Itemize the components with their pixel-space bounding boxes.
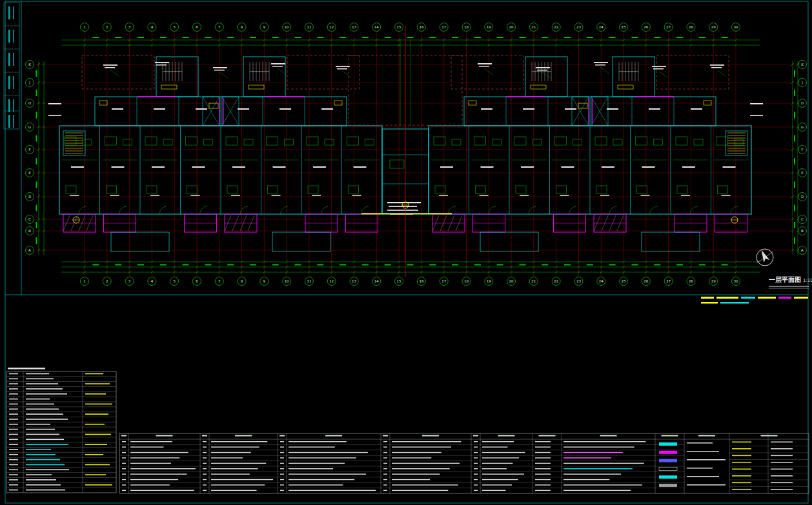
svg-text:3: 3 xyxy=(128,279,131,283)
svg-text:18: 18 xyxy=(464,279,469,283)
svg-text:4: 4 xyxy=(151,279,154,283)
svg-text:26: 26 xyxy=(644,279,648,283)
svg-text:15: 15 xyxy=(397,25,401,29)
schedule-tables xyxy=(6,368,809,493)
svg-text:19: 19 xyxy=(487,25,491,29)
svg-text:24: 24 xyxy=(599,279,604,283)
svg-text:3: 3 xyxy=(128,25,131,29)
svg-text:10: 10 xyxy=(285,279,289,283)
notes-line xyxy=(701,297,808,304)
svg-text:27: 27 xyxy=(666,25,671,29)
svg-text:K: K xyxy=(801,63,804,66)
svg-text:G: G xyxy=(28,125,31,129)
north-arrow-icon xyxy=(756,248,773,266)
svg-text:12: 12 xyxy=(329,25,334,29)
svg-text:1: 1 xyxy=(83,25,86,29)
svg-text:C: C xyxy=(801,217,804,221)
plan-title-scale: 1:100 xyxy=(803,278,812,283)
svg-text:21: 21 xyxy=(531,279,536,283)
svg-text:16: 16 xyxy=(419,279,423,283)
svg-text:F: F xyxy=(801,148,803,152)
svg-text:11: 11 xyxy=(307,25,311,29)
svg-text:D: D xyxy=(28,195,31,199)
svg-text:16: 16 xyxy=(419,25,423,29)
svg-text:14: 14 xyxy=(374,279,379,283)
svg-text:A: A xyxy=(28,248,31,252)
annotations xyxy=(48,62,763,223)
svg-text:D: D xyxy=(801,195,804,199)
svg-text:2: 2 xyxy=(106,279,108,283)
svg-text:20: 20 xyxy=(509,279,514,283)
svg-text:29: 29 xyxy=(711,279,716,283)
svg-text:H: H xyxy=(801,101,804,105)
svg-text:21: 21 xyxy=(531,25,536,29)
svg-text:22: 22 xyxy=(554,279,558,283)
svg-text:E: E xyxy=(801,171,804,175)
svg-text:29: 29 xyxy=(711,25,716,29)
axis-grid: 1122334455667788991010111112121313141415… xyxy=(26,23,807,286)
svg-text:4: 4 xyxy=(151,25,154,29)
svg-text:14: 14 xyxy=(374,25,379,29)
svg-text:22: 22 xyxy=(554,25,558,29)
svg-text:13: 13 xyxy=(352,25,356,29)
svg-text:8: 8 xyxy=(241,279,243,283)
plan-title-text: 一层平面图 xyxy=(769,275,801,284)
svg-text:18: 18 xyxy=(464,25,469,29)
svg-text:17: 17 xyxy=(442,279,446,283)
dimensions xyxy=(36,37,800,273)
cad-sheet-drawing: 1122334455667788991010111112121313141415… xyxy=(0,0,812,505)
svg-text:B: B xyxy=(28,229,31,233)
svg-text:C: C xyxy=(28,217,31,221)
svg-text:24: 24 xyxy=(599,25,604,29)
svg-text:1: 1 xyxy=(83,279,86,283)
svg-text:8: 8 xyxy=(241,25,243,29)
svg-text:6: 6 xyxy=(196,279,198,283)
svg-text:G: G xyxy=(801,125,804,129)
svg-text:28: 28 xyxy=(689,25,693,29)
svg-text:27: 27 xyxy=(666,279,671,283)
svg-text:5: 5 xyxy=(173,279,176,283)
svg-text:25: 25 xyxy=(622,279,626,283)
svg-text:19: 19 xyxy=(487,279,491,283)
svg-text:11: 11 xyxy=(307,279,311,283)
plan-title-underline xyxy=(769,286,809,288)
svg-text:E: E xyxy=(28,171,31,175)
svg-text:J: J xyxy=(28,81,30,85)
svg-text:15: 15 xyxy=(397,279,401,283)
floor-plan xyxy=(59,26,751,277)
svg-text:12: 12 xyxy=(329,279,334,283)
svg-text:30: 30 xyxy=(734,25,738,29)
svg-text:9: 9 xyxy=(263,279,266,283)
svg-text:28: 28 xyxy=(689,279,693,283)
svg-text:2: 2 xyxy=(106,25,108,29)
svg-text:6: 6 xyxy=(196,25,198,29)
svg-text:13: 13 xyxy=(352,279,356,283)
plan-title: 一层平面图 1:100 xyxy=(769,275,810,284)
svg-text:23: 23 xyxy=(576,279,581,283)
svg-text:J: J xyxy=(801,81,803,85)
svg-text:A: A xyxy=(801,248,804,252)
svg-text:9: 9 xyxy=(263,25,266,29)
svg-text:5: 5 xyxy=(173,25,176,29)
svg-text:K: K xyxy=(28,63,31,66)
svg-text:20: 20 xyxy=(509,25,514,29)
svg-text:26: 26 xyxy=(644,25,648,29)
svg-text:7: 7 xyxy=(218,25,221,29)
svg-text:10: 10 xyxy=(285,25,289,29)
svg-text:17: 17 xyxy=(442,25,446,29)
svg-text:B: B xyxy=(801,229,804,233)
svg-text:H: H xyxy=(28,101,31,105)
sheet-frame xyxy=(5,1,808,503)
svg-text:23: 23 xyxy=(576,25,581,29)
svg-text:7: 7 xyxy=(218,279,221,283)
svg-text:F: F xyxy=(28,148,30,152)
svg-text:25: 25 xyxy=(622,25,626,29)
svg-text:30: 30 xyxy=(734,279,738,283)
title-strip xyxy=(4,3,19,129)
